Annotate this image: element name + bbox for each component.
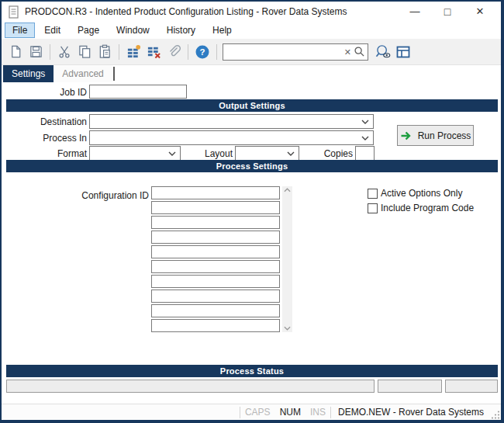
destination-select[interactable]	[89, 114, 374, 129]
menu-page[interactable]: Page	[70, 23, 107, 38]
toolbar: ? ✕	[2, 39, 501, 65]
delete-record-icon[interactable]	[143, 42, 164, 62]
job-id-input[interactable]	[89, 85, 187, 99]
window-title: PRODCON.R3 - Indented Product Configurat…	[25, 6, 347, 17]
configuration-scrollbar[interactable]	[282, 186, 292, 332]
configuration-id-input[interactable]	[151, 290, 280, 303]
job-id-label: Job ID	[2, 87, 87, 98]
form-body: Settings Advanced Job ID Output Settings…	[2, 65, 501, 420]
search-clear-icon[interactable]: ✕	[344, 46, 351, 58]
process-in-select[interactable]	[89, 130, 374, 145]
run-arrow-icon	[400, 130, 413, 141]
add-record-icon[interactable]	[123, 42, 143, 62]
configuration-id-input[interactable]	[151, 304, 280, 317]
process-status-header: Process Status	[6, 365, 498, 377]
maximize-button[interactable]: □	[431, 2, 464, 21]
toolbar-separator	[119, 44, 119, 60]
layout-select[interactable]	[235, 146, 299, 161]
configuration-id-input[interactable]	[151, 216, 280, 229]
process-status-field-3	[445, 380, 498, 393]
toolbar-separator	[216, 44, 217, 60]
checkbox-box[interactable]	[368, 203, 378, 213]
cut-icon[interactable]	[54, 42, 74, 62]
menu-file[interactable]: File	[5, 23, 35, 38]
num-lock-indicator: NUM	[275, 407, 306, 418]
configuration-id-input[interactable]	[151, 260, 280, 273]
destination-label: Destination	[2, 116, 87, 127]
menu-window[interactable]: Window	[109, 23, 157, 38]
resize-grip[interactable]	[491, 405, 500, 419]
output-settings-header: Output Settings	[6, 99, 498, 112]
process-status-field-2	[378, 380, 442, 393]
scroll-down-icon	[284, 326, 291, 331]
session-context: DEMO.NEW - Rover Data Systems	[331, 407, 491, 418]
save-icon[interactable]	[26, 42, 46, 62]
process-status-field-main	[6, 380, 375, 393]
tab-strip: Settings Advanced	[3, 65, 115, 82]
tab-settings[interactable]: Settings	[3, 65, 54, 82]
configuration-id-input[interactable]	[151, 245, 280, 258]
tab-divider	[113, 67, 115, 81]
configuration-id-input[interactable]	[151, 319, 280, 332]
chevron-down-icon	[361, 120, 369, 124]
process-in-label: Process In	[2, 133, 87, 144]
close-button[interactable]: ✕	[464, 2, 496, 21]
copies-label: Copies	[312, 148, 353, 159]
copy-icon[interactable]	[74, 42, 95, 62]
insert-indicator: INS	[306, 407, 330, 418]
process-settings-header: Process Settings	[6, 160, 498, 172]
configuration-id-input[interactable]	[151, 201, 280, 214]
svg-text:?: ?	[199, 47, 205, 57]
configuration-id-label: Configuration ID	[48, 190, 149, 201]
configuration-id-input[interactable]	[151, 275, 280, 288]
app-window: PRODCON.R3 - Indented Product Configurat…	[0, 0, 504, 423]
menu-bar: File Edit Page Window History Help	[2, 22, 501, 39]
status-bar: CAPS NUM INS DEMO.NEW - Rover Data Syste…	[2, 404, 501, 420]
search-icon[interactable]	[354, 46, 365, 61]
app-icon	[8, 5, 19, 19]
format-select[interactable]	[89, 146, 181, 161]
minimize-button[interactable]: —	[399, 2, 431, 21]
attachment-icon[interactable]	[164, 42, 184, 62]
include-program-code-checkbox[interactable]: Include Program Code	[368, 203, 474, 213]
configuration-id-list	[151, 186, 280, 334]
menu-history[interactable]: History	[159, 23, 203, 38]
scroll-up-icon	[284, 188, 291, 192]
chevron-down-icon	[168, 151, 176, 156]
menu-help[interactable]: Help	[205, 23, 240, 38]
help-icon[interactable]: ?	[192, 42, 212, 62]
chevron-down-icon	[287, 151, 295, 156]
copies-input[interactable]	[355, 146, 375, 161]
toolbar-separator	[50, 44, 50, 60]
tab-advanced[interactable]: Advanced	[54, 65, 112, 82]
toolbar-search: ✕	[223, 43, 368, 61]
layout-label: Layout	[188, 148, 233, 159]
paste-icon[interactable]	[95, 42, 115, 62]
new-document-icon[interactable]	[5, 42, 26, 62]
table-view-icon[interactable]	[393, 42, 413, 62]
window-controls: — □ ✕	[399, 2, 496, 21]
run-process-button[interactable]: Run Process	[397, 125, 474, 146]
configuration-id-input[interactable]	[151, 231, 280, 244]
format-label: Format	[2, 148, 87, 159]
menu-edit[interactable]: Edit	[36, 23, 68, 38]
active-options-checkbox[interactable]: Active Options Only	[368, 188, 462, 199]
checkbox-box[interactable]	[368, 189, 378, 199]
configuration-id-input[interactable]	[151, 186, 280, 199]
toolbar-separator	[188, 44, 188, 60]
search-preview-icon[interactable]	[373, 42, 393, 62]
chevron-down-icon	[361, 136, 369, 140]
title-bar: PRODCON.R3 - Indented Product Configurat…	[2, 2, 501, 22]
caps-lock-indicator: CAPS	[240, 407, 275, 418]
